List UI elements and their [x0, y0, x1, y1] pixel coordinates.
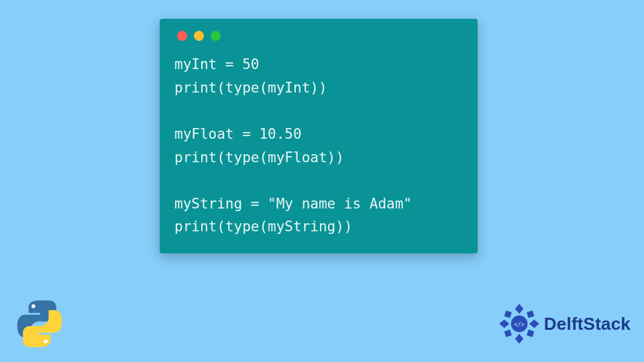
- code-window: myInt = 50 print(type(myInt)) myFloat = …: [160, 19, 478, 253]
- code-line: print(type(myFloat)): [174, 149, 344, 166]
- maximize-icon: [211, 31, 221, 41]
- python-logo-icon: [13, 298, 66, 350]
- svg-point-1: [44, 339, 48, 343]
- svg-marker-3: [515, 334, 523, 344]
- delftstack-logo: </> DelftStack: [498, 303, 631, 345]
- svg-marker-8: [504, 330, 512, 337]
- brand-name: DelftStack: [544, 314, 631, 335]
- svg-point-0: [32, 304, 36, 308]
- svg-marker-6: [504, 310, 512, 318]
- code-block: myInt = 50 print(type(myInt)) myFloat = …: [174, 53, 463, 239]
- svg-marker-2: [515, 304, 523, 314]
- code-line: myString = "My name is Adam": [174, 196, 412, 212]
- svg-marker-9: [527, 330, 534, 337]
- svg-marker-7: [527, 310, 534, 318]
- window-controls: [177, 31, 463, 41]
- minimize-icon: [194, 31, 204, 41]
- svg-marker-4: [499, 320, 509, 328]
- svg-text:</>: </>: [514, 321, 525, 328]
- code-line: myFloat = 10.50: [174, 126, 302, 142]
- code-line: print(type(myString)): [174, 219, 353, 235]
- code-line: print(type(myInt)): [174, 80, 327, 96]
- code-line: myInt = 50: [174, 56, 259, 72]
- delftstack-badge-icon: </>: [498, 303, 540, 345]
- close-icon: [177, 31, 187, 41]
- svg-marker-5: [529, 320, 539, 328]
